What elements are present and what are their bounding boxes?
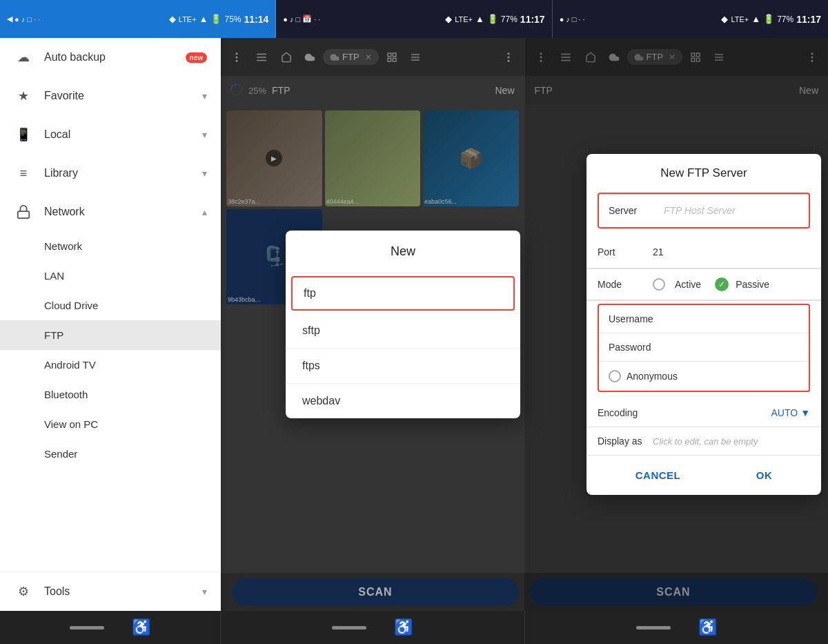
display-as-row[interactable]: Display as Click to edit, can be empty <box>586 427 821 456</box>
lte-label-3: LTE+ <box>731 15 749 23</box>
lte-label-1: LTE+ <box>179 15 197 23</box>
time-2: 11:17 <box>520 14 545 25</box>
library-icon: ≡ <box>14 164 33 183</box>
chevron-up-icon-network: ▴ <box>202 206 207 217</box>
sidebar-item-tools[interactable]: ⚙ Tools ▾ <box>0 572 221 611</box>
sub-label-lan: LAN <box>44 270 64 282</box>
accessibility-icon-3: ♿ <box>698 618 717 636</box>
sidebar-item-network[interactable]: Network ▴ <box>0 193 221 231</box>
sidebar-item-auto-backup[interactable]: ☁ Auto backup new <box>0 38 221 77</box>
sub-label-view-on-pc: View on PC <box>44 418 98 430</box>
battery-pct-1: 75% <box>224 14 241 24</box>
radio-anonymous <box>609 370 621 382</box>
dot5: · <box>578 15 580 23</box>
new-dialog-item-sftp[interactable]: sftp <box>286 313 520 349</box>
sub-label-cloud-drive: Cloud Drive <box>44 300 98 311</box>
display-as-input[interactable]: Click to edit, can be empty <box>653 436 758 447</box>
battery-icon-3: 🔋 <box>763 14 774 24</box>
password-field[interactable]: Password <box>599 333 809 362</box>
sidebar-item-library[interactable]: ≡ Library ▾ <box>0 154 221 193</box>
port-field[interactable]: Port 21 <box>586 235 821 269</box>
username-label: Username <box>609 313 664 324</box>
chevron-down-icon-library: ▾ <box>202 168 207 179</box>
sidebar-sub-item-network[interactable]: Network <box>0 231 221 261</box>
status-icons-2: ● ♪ □ 📅 · · <box>283 14 320 23</box>
sidebar-sub-item-ftp[interactable]: FTP <box>0 320 221 350</box>
calendar-icon-2: 📅 <box>302 14 312 23</box>
sub-label-ftp: FTP <box>44 329 63 341</box>
cancel-button[interactable]: CANCEL <box>615 464 702 487</box>
server-input[interactable]: FTP Host Server <box>664 205 799 216</box>
sidebar-sub-item-view-on-pc[interactable]: View on PC <box>0 409 221 439</box>
mode-label: Mode <box>598 279 639 290</box>
signal-icon-3: ▲ <box>751 14 760 24</box>
chevron-down-icon-tools: ▾ <box>202 586 207 597</box>
wifi-icon-1: ◆ <box>169 14 176 24</box>
whatsapp-icon-2: ● <box>283 15 288 23</box>
password-label: Password <box>609 342 664 353</box>
radio-active <box>653 278 665 291</box>
encoding-row[interactable]: Encoding AUTO ▼ <box>586 399 821 427</box>
anonymous-label: Anonymous <box>627 371 678 382</box>
tiktok-icon-3: ♪ <box>566 15 570 23</box>
time-3: 11:17 <box>796 14 821 25</box>
mode-active-option[interactable]: Active <box>653 278 701 291</box>
chevron-down-icon-favorite: ▾ <box>202 90 207 101</box>
network-icon <box>14 202 33 222</box>
sidebar: ☁ Auto backup new ★ Favorite ▾ 📱 Local ▾… <box>0 38 221 611</box>
new-dialog-item-ftp[interactable]: ftp <box>291 276 515 311</box>
sidebar-sub-item-sender[interactable]: Sender <box>0 439 221 469</box>
port-value: 21 <box>653 246 810 257</box>
tiktok-icon-2: ♪ <box>290 15 294 23</box>
lte-label-2: LTE+ <box>455 15 473 23</box>
tiktok-icon: ♪ <box>21 15 26 23</box>
username-field[interactable]: Username <box>599 305 809 333</box>
sidebar-sub-item-cloud-drive[interactable]: Cloud Drive <box>0 291 221 320</box>
sidebar-sub-item-lan[interactable]: LAN <box>0 261 221 291</box>
sidebar-sub-item-android-tv[interactable]: Android TV <box>0 350 221 380</box>
nav-pill-1 <box>70 626 104 630</box>
gmail-icon-2: □ <box>295 15 300 23</box>
whatsapp-icon-3: ● <box>560 15 564 23</box>
tools-icon: ⚙ <box>14 582 33 601</box>
server-field-group: Server FTP Host Server <box>598 193 810 228</box>
ok-button[interactable]: OK <box>736 464 793 487</box>
anonymous-row[interactable]: Anonymous <box>599 362 809 391</box>
mode-active-label: Active <box>675 279 701 290</box>
dot2: · <box>38 15 40 23</box>
status-bars-container: ◀ ● ♪ □ · · ◆ LTE+ ▲ 🔋 75% 11:14 ● ♪ □ 📅… <box>0 0 828 38</box>
ftp-dialog-buttons: CANCEL OK <box>586 456 821 495</box>
gmail-icon-3: □ <box>572 15 577 23</box>
wifi-icon-3: ◆ <box>721 14 728 24</box>
chevron-down-icon-local: ▾ <box>202 129 207 140</box>
accessibility-icon-1: ♿ <box>132 618 150 636</box>
sub-label-android-tv: Android TV <box>44 359 96 371</box>
battery-pct-2: 77% <box>501 14 518 24</box>
new-dialog-item-webdav[interactable]: webdav <box>286 384 520 418</box>
sub-label-sender: Sender <box>44 448 77 460</box>
accessibility-icon-2: ♿ <box>394 618 413 636</box>
nav-bars: ♿ ♿ ♿ <box>0 611 828 644</box>
cloud-icon: ☁ <box>14 48 33 67</box>
sidebar-label-favorite: Favorite <box>44 90 202 102</box>
new-dialog-item-ftps[interactable]: ftps <box>286 349 520 384</box>
sidebar-label-local: Local <box>44 128 202 141</box>
signal-icon-1: ▲ <box>199 14 208 24</box>
dot6: · <box>583 15 585 23</box>
nav-bar-panel2: ♿ <box>525 611 829 644</box>
check-passive-icon: ✓ <box>715 277 729 291</box>
encoding-text: AUTO <box>771 407 798 418</box>
mode-row: Mode Active ✓ Passive <box>586 269 821 300</box>
sidebar-item-local[interactable]: 📱 Local ▾ <box>0 115 221 154</box>
sidebar-sub-item-bluetooth[interactable]: Bluetooth <box>0 380 221 409</box>
nav-bar-panel1: ♿ <box>221 611 525 644</box>
mode-passive-option[interactable]: ✓ Passive <box>715 277 769 291</box>
dot1: · <box>34 15 36 23</box>
nav-pill-2 <box>332 626 366 630</box>
gmail-icon: □ <box>27 15 32 23</box>
server-field[interactable]: Server FTP Host Server <box>599 194 809 227</box>
dot4: · <box>318 15 320 23</box>
signal-icon-2: ▲ <box>475 14 484 24</box>
sidebar-item-favorite[interactable]: ★ Favorite ▾ <box>0 77 221 115</box>
display-as-label: Display as <box>598 436 653 447</box>
